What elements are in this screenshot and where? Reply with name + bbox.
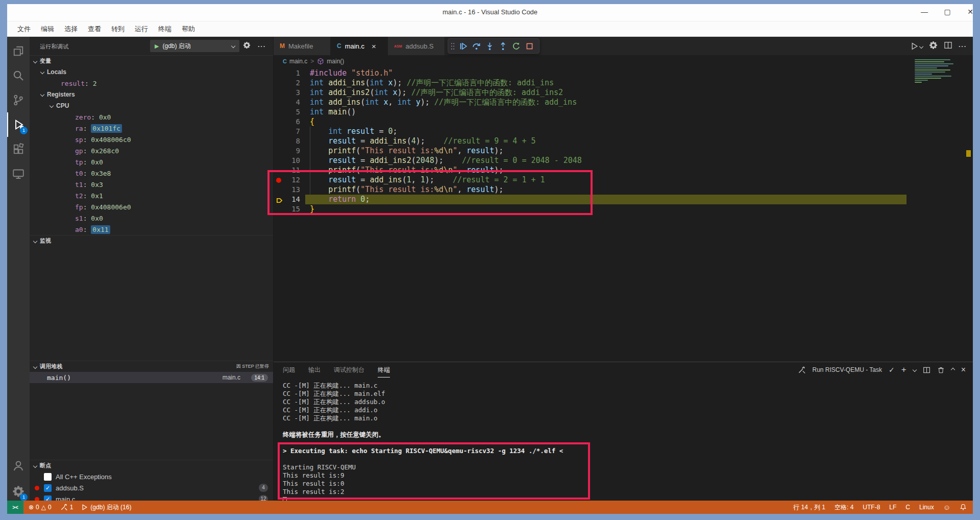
line-number[interactable]: 10 (282, 156, 300, 166)
panel-tab-问题[interactable]: 问题 (283, 362, 295, 377)
tab-Makefile[interactable]: MMakefile (274, 37, 331, 55)
stop-icon[interactable] (523, 39, 536, 53)
panel-tab-终端[interactable]: 终端 (378, 362, 390, 377)
editor-gear-icon[interactable] (929, 41, 938, 52)
register-row-gp[interactable]: gp: 0x268c0 (30, 145, 273, 156)
sidebar-more-icon[interactable]: ··· (258, 42, 266, 50)
register-row-t1[interactable]: t1: 0x3 (30, 179, 273, 190)
menu-运行[interactable]: 运行 (130, 22, 153, 36)
notifications-bell-icon[interactable] (960, 504, 967, 511)
menu-转到[interactable]: 转到 (106, 22, 130, 36)
tab-main.c[interactable]: Cmain.c× (331, 37, 388, 55)
status-item[interactable]: UTF-8 (863, 503, 880, 512)
variables-row[interactable]: Registers (30, 89, 273, 100)
line-number[interactable]: 15 (282, 204, 300, 214)
close-tab-icon[interactable]: × (372, 42, 376, 51)
menu-文件[interactable]: 文件 (12, 22, 36, 36)
variables-section-header[interactable]: 变量 (30, 55, 273, 66)
status-item[interactable]: LF (889, 503, 896, 512)
restart-icon[interactable] (509, 39, 523, 53)
line-number[interactable]: 5 (282, 107, 300, 117)
menu-编辑[interactable]: 编辑 (36, 22, 59, 36)
breakpoint-checkbox[interactable] (44, 473, 52, 481)
status-item[interactable]: C (905, 503, 910, 512)
terminal-task-label[interactable]: Run RISCV-QEMU - Task (813, 366, 882, 373)
search-icon[interactable] (7, 63, 30, 88)
close-button[interactable]: ✕ (963, 8, 978, 18)
breakpoints-section-header[interactable]: 断点 (30, 460, 273, 471)
menu-查看[interactable]: 查看 (83, 22, 106, 36)
minimize-button[interactable]: — (917, 8, 932, 18)
settings-gear-icon[interactable]: 1 (7, 479, 30, 504)
status-item[interactable]: 空格: 4 (835, 503, 853, 512)
tab-addsub.S[interactable]: ASMaddsub.S (388, 37, 445, 55)
register-row-zero[interactable]: zero: 0x0 (30, 111, 273, 123)
code-editor[interactable]: 1#include "stdio.h"2int addi_ins(int x);… (274, 67, 973, 362)
line-number[interactable]: 8 (282, 136, 300, 146)
run-file-icon[interactable] (910, 42, 923, 51)
line-number[interactable]: 9 (282, 146, 300, 156)
maximize-button[interactable]: ▢ (940, 8, 955, 18)
maximize-panel-icon[interactable] (950, 368, 954, 372)
register-row-ra[interactable]: ra: 0x101fc (30, 123, 273, 134)
toolbar-grip[interactable] (449, 39, 456, 53)
split-editor-icon[interactable] (944, 41, 952, 52)
breadcrumb-file[interactable]: main.c (289, 58, 307, 65)
running-tasks-status[interactable]: 1 (61, 504, 74, 511)
close-panel-icon[interactable]: × (961, 365, 966, 374)
line-number[interactable]: 2 (282, 78, 300, 88)
step-out-icon[interactable] (496, 39, 509, 53)
menu-选择[interactable]: 选择 (59, 22, 83, 36)
line-number[interactable]: 14 (282, 195, 300, 204)
launch-config-dropdown[interactable]: ▶ (gdb) 启动 (150, 40, 239, 52)
minimap[interactable] (913, 59, 960, 89)
call-stack-section-header[interactable]: 调用堆栈 因 STEP 已暂停 (30, 361, 273, 372)
breadcrumb-symbol[interactable]: main() (327, 58, 344, 65)
line-number[interactable]: 11 (282, 166, 300, 175)
breadcrumb[interactable]: C main.c > main() (274, 55, 973, 67)
start-debug-icon[interactable]: ▶ (155, 43, 159, 50)
extensions-icon[interactable] (7, 137, 30, 161)
menu-终端[interactable]: 终端 (153, 22, 177, 36)
debug-settings-gear-icon[interactable] (243, 41, 251, 51)
variables-row[interactable]: CPU (30, 100, 273, 111)
problems-status[interactable]: ⊗0 △0 (29, 504, 52, 511)
panel-tab-输出[interactable]: 输出 (308, 362, 321, 377)
account-icon[interactable] (7, 454, 30, 478)
debug-session-status[interactable]: (gdb) 启动 (16) (81, 503, 131, 512)
remote-explorer-icon[interactable] (7, 161, 30, 186)
line-number[interactable]: 13 (282, 185, 300, 195)
new-terminal-icon[interactable]: + (901, 365, 906, 375)
register-row-tp[interactable]: tp: 0x0 (30, 156, 273, 168)
status-item[interactable]: Linux (919, 503, 934, 512)
remote-indicator[interactable]: >< (7, 501, 23, 514)
terminal-output[interactable]: CC -[M] 正在构建... main.cCC -[M] 正在构建... ma… (283, 382, 563, 504)
explorer-icon[interactable] (7, 39, 30, 63)
continue-icon[interactable] (456, 39, 470, 53)
breakpoint-row-All C++ Exceptions[interactable]: All C++ Exceptions (30, 471, 273, 482)
step-over-icon[interactable] (470, 39, 483, 53)
register-row-s1[interactable]: s1: 0x0 (30, 212, 273, 224)
editor-more-icon[interactable]: ··· (959, 42, 967, 50)
breakpoint-dot-icon[interactable] (276, 178, 281, 183)
watch-section-header[interactable]: 监视 (30, 235, 273, 246)
line-number[interactable]: 1 (282, 68, 300, 78)
status-item[interactable]: 行 14，列 1 (793, 503, 825, 512)
split-terminal-icon[interactable] (923, 366, 930, 374)
source-control-icon[interactable] (7, 88, 30, 112)
register-row-sp[interactable]: sp: 0x408006c0 (30, 134, 273, 145)
step-into-icon[interactable] (483, 39, 496, 53)
kill-terminal-icon[interactable] (937, 366, 945, 374)
breakpoint-row-addsub.S[interactable]: ✓addsub.S4 (30, 482, 273, 493)
menu-帮助[interactable]: 帮助 (177, 22, 200, 36)
register-row-t2[interactable]: t2: 0x1 (30, 190, 273, 201)
line-number[interactable]: 12 (282, 175, 300, 185)
breakpoint-checkbox[interactable]: ✓ (44, 484, 52, 492)
line-number[interactable]: 3 (282, 88, 300, 98)
variables-row[interactable]: result: 2 (30, 78, 273, 89)
line-number[interactable]: 7 (282, 127, 300, 136)
stack-frame-row[interactable]: main() main.c 14:1 (30, 372, 273, 383)
variables-row[interactable]: Locals (30, 66, 273, 78)
line-number[interactable]: 4 (282, 98, 300, 107)
line-number[interactable]: 6 (282, 117, 300, 127)
